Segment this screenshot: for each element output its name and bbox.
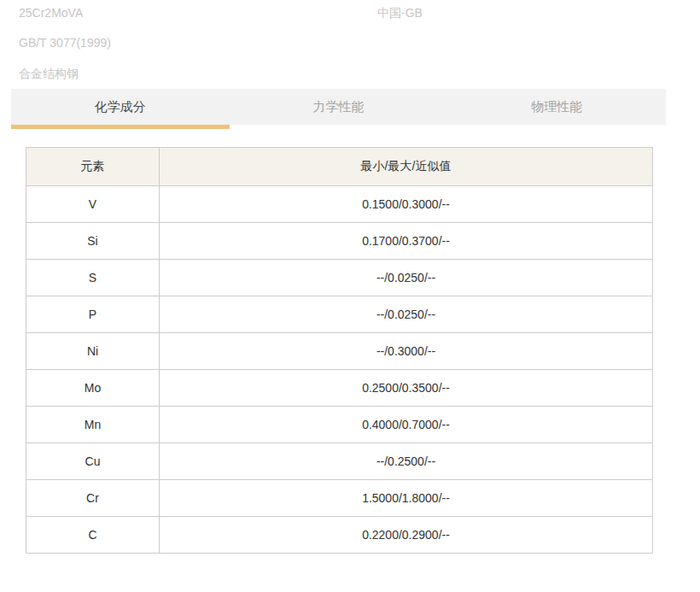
value-cell: 0.4000/0.7000/-- [160, 407, 653, 443]
element-cell: P [26, 296, 160, 333]
element-cell: C [26, 517, 160, 554]
element-cell: Mo [26, 370, 160, 407]
tab-mechanical-properties[interactable]: 力学性能 [230, 89, 448, 125]
table-row: C0.2200/0.2900/-- [26, 517, 653, 554]
material-name: 25Cr2MoVA [19, 6, 83, 20]
material-detail-page: 25Cr2MoVA 中国-GB GB/T 3077(1999) 合金结构钢 化学… [0, 0, 700, 592]
element-cell: Si [26, 223, 160, 260]
table-row: Mn0.4000/0.7000/-- [26, 407, 653, 443]
value-cell: --/0.2500/-- [160, 443, 653, 480]
value-cell: 0.1500/0.3000/-- [160, 186, 653, 223]
table-row: Mo0.2500/0.3500/-- [26, 370, 653, 407]
element-cell: V [26, 186, 160, 223]
value-cell: 1.5000/1.8000/-- [160, 480, 653, 517]
region-label: 中国-GB [377, 6, 423, 21]
table-row: S--/0.0250/-- [26, 260, 653, 296]
tab-label: 力学性能 [313, 99, 365, 115]
table-row: Si0.1700/0.3700/-- [26, 223, 653, 260]
tab-label: 化学成分 [95, 99, 146, 115]
element-cell: Cu [26, 443, 160, 480]
table-row: Ni--/0.3000/-- [26, 333, 653, 370]
value-cell: --/0.0250/-- [160, 260, 653, 296]
table-row: Cu--/0.2500/-- [26, 443, 653, 480]
value-cell: --/0.0250/-- [160, 296, 653, 333]
value-cell: 0.2500/0.3500/-- [160, 370, 653, 407]
column-header-element: 元素 [26, 148, 160, 186]
element-cell: S [26, 260, 160, 296]
table-row: P--/0.0250/-- [26, 296, 653, 333]
table-header-row: 元素 最小/最大/近似值 [26, 148, 653, 186]
element-cell: Ni [26, 333, 160, 370]
value-cell: --/0.3000/-- [160, 333, 653, 370]
active-tab-underline [11, 125, 230, 129]
category-label: 合金结构钢 [19, 67, 79, 82]
tab-label: 物理性能 [531, 99, 582, 115]
table-row: Cr1.5000/1.8000/-- [26, 480, 653, 517]
value-cell: 0.2200/0.2900/-- [160, 517, 653, 554]
element-cell: Cr [26, 480, 160, 517]
tab-chemical-composition[interactable]: 化学成分 [11, 89, 230, 125]
column-header-value: 最小/最大/近似值 [160, 148, 653, 186]
table-body: V0.1500/0.3000/--Si0.1700/0.3700/--S--/0… [26, 186, 653, 554]
table-row: V0.1500/0.3000/-- [26, 186, 653, 223]
tab-bar: 化学成分 力学性能 物理性能 [11, 89, 666, 125]
value-cell: 0.1700/0.3700/-- [160, 223, 653, 260]
standard-label: GB/T 3077(1999) [19, 36, 111, 50]
element-cell: Mn [26, 407, 160, 443]
composition-table: 元素 最小/最大/近似值 V0.1500/0.3000/--Si0.1700/0… [26, 147, 653, 554]
tab-physical-properties[interactable]: 物理性能 [447, 89, 666, 125]
